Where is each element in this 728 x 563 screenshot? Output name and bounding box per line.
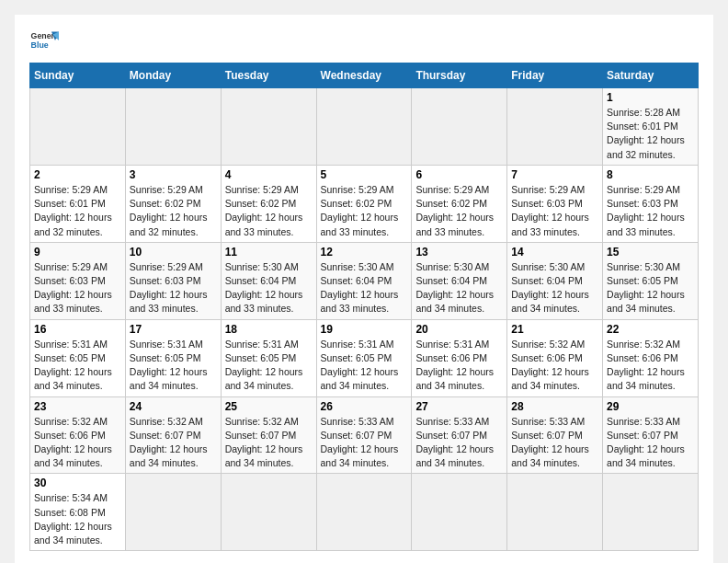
calendar-cell: 7Sunrise: 5:29 AMSunset: 6:03 PMDaylight… bbox=[507, 165, 603, 242]
day-number: 25 bbox=[225, 400, 313, 413]
calendar-cell: 10Sunrise: 5:29 AMSunset: 6:03 PMDayligh… bbox=[125, 242, 221, 319]
calendar-cell bbox=[30, 88, 126, 166]
week-row-3: 9Sunrise: 5:29 AMSunset: 6:03 PMDaylight… bbox=[30, 242, 699, 319]
day-info: Sunrise: 5:29 AMSunset: 6:03 PMDaylight:… bbox=[34, 260, 121, 316]
day-info: Sunrise: 5:33 AMSunset: 6:07 PMDaylight:… bbox=[607, 415, 694, 471]
svg-text:Blue: Blue bbox=[31, 40, 49, 50]
day-number: 30 bbox=[34, 477, 121, 489]
day-info: Sunrise: 5:29 AMSunset: 6:02 PMDaylight:… bbox=[321, 183, 408, 239]
day-number: 12 bbox=[321, 246, 408, 259]
weekday-wednesday: Wednesday bbox=[316, 63, 412, 88]
calendar-body: 1Sunrise: 5:28 AMSunset: 6:01 PMDaylight… bbox=[30, 88, 699, 551]
calendar-cell: 30Sunrise: 5:34 AMSunset: 6:08 PMDayligh… bbox=[30, 474, 126, 551]
calendar-cell: 13Sunrise: 5:30 AMSunset: 6:04 PMDayligh… bbox=[412, 242, 507, 319]
day-info: Sunrise: 5:30 AMSunset: 6:04 PMDaylight:… bbox=[511, 260, 598, 316]
calendar-cell bbox=[221, 88, 316, 166]
day-info: Sunrise: 5:29 AMSunset: 6:01 PMDaylight:… bbox=[34, 183, 121, 239]
day-info: Sunrise: 5:30 AMSunset: 6:04 PMDaylight:… bbox=[415, 260, 503, 316]
calendar-cell: 9Sunrise: 5:29 AMSunset: 6:03 PMDaylight… bbox=[30, 242, 126, 319]
calendar-cell: 17Sunrise: 5:31 AMSunset: 6:05 PMDayligh… bbox=[125, 319, 221, 396]
day-info: Sunrise: 5:32 AMSunset: 6:07 PMDaylight:… bbox=[225, 415, 313, 471]
day-number: 17 bbox=[130, 323, 217, 336]
day-number: 28 bbox=[511, 400, 598, 413]
calendar-table: SundayMondayTuesdayWednesdayThursdayFrid… bbox=[29, 63, 699, 551]
day-number: 16 bbox=[34, 323, 121, 336]
week-row-2: 2Sunrise: 5:29 AMSunset: 6:01 PMDaylight… bbox=[30, 165, 699, 242]
calendar-cell: 28Sunrise: 5:33 AMSunset: 6:07 PMDayligh… bbox=[507, 396, 603, 474]
calendar-cell: 11Sunrise: 5:30 AMSunset: 6:04 PMDayligh… bbox=[221, 242, 316, 319]
day-info: Sunrise: 5:33 AMSunset: 6:07 PMDaylight:… bbox=[415, 415, 503, 471]
day-number: 21 bbox=[511, 323, 598, 336]
calendar-cell bbox=[507, 474, 603, 551]
logo: General Blue bbox=[29, 26, 59, 55]
day-number: 23 bbox=[34, 400, 121, 413]
day-number: 3 bbox=[130, 168, 217, 181]
calendar-cell: 19Sunrise: 5:31 AMSunset: 6:05 PMDayligh… bbox=[316, 319, 412, 396]
calendar-cell: 12Sunrise: 5:30 AMSunset: 6:04 PMDayligh… bbox=[316, 242, 412, 319]
calendar-cell: 26Sunrise: 5:33 AMSunset: 6:07 PMDayligh… bbox=[316, 396, 412, 474]
calendar-cell: 16Sunrise: 5:31 AMSunset: 6:05 PMDayligh… bbox=[30, 319, 126, 396]
calendar-cell: 29Sunrise: 5:33 AMSunset: 6:07 PMDayligh… bbox=[603, 396, 699, 474]
day-number: 24 bbox=[130, 400, 217, 413]
day-info: Sunrise: 5:30 AMSunset: 6:05 PMDaylight:… bbox=[607, 260, 694, 316]
calendar-cell bbox=[316, 88, 412, 166]
calendar-cell: 22Sunrise: 5:32 AMSunset: 6:06 PMDayligh… bbox=[603, 319, 699, 396]
week-row-4: 16Sunrise: 5:31 AMSunset: 6:05 PMDayligh… bbox=[30, 319, 699, 396]
calendar-container: General Blue SundayMondayTuesdayWednesda… bbox=[15, 15, 713, 563]
calendar-cell bbox=[603, 474, 699, 551]
week-row-1: 1Sunrise: 5:28 AMSunset: 6:01 PMDaylight… bbox=[30, 88, 699, 166]
day-number: 14 bbox=[511, 246, 598, 259]
day-info: Sunrise: 5:31 AMSunset: 6:05 PMDaylight:… bbox=[130, 338, 217, 394]
calendar-header: SundayMondayTuesdayWednesdayThursdayFrid… bbox=[30, 63, 699, 88]
calendar-cell: 23Sunrise: 5:32 AMSunset: 6:06 PMDayligh… bbox=[30, 396, 126, 474]
day-info: Sunrise: 5:32 AMSunset: 6:06 PMDaylight:… bbox=[511, 338, 598, 394]
weekday-monday: Monday bbox=[125, 63, 221, 88]
day-info: Sunrise: 5:29 AMSunset: 6:03 PMDaylight:… bbox=[511, 183, 598, 239]
day-info: Sunrise: 5:29 AMSunset: 6:02 PMDaylight:… bbox=[225, 183, 313, 239]
day-info: Sunrise: 5:31 AMSunset: 6:05 PMDaylight:… bbox=[34, 338, 121, 394]
day-number: 5 bbox=[321, 168, 408, 181]
calendar-cell: 2Sunrise: 5:29 AMSunset: 6:01 PMDaylight… bbox=[30, 165, 126, 242]
day-number: 18 bbox=[225, 323, 313, 336]
calendar-cell bbox=[412, 474, 507, 551]
day-info: Sunrise: 5:33 AMSunset: 6:07 PMDaylight:… bbox=[321, 415, 408, 471]
weekday-thursday: Thursday bbox=[412, 63, 507, 88]
day-number: 2 bbox=[34, 168, 121, 181]
day-number: 9 bbox=[34, 246, 121, 259]
day-number: 15 bbox=[607, 246, 694, 259]
day-info: Sunrise: 5:29 AMSunset: 6:02 PMDaylight:… bbox=[415, 183, 503, 239]
day-info: Sunrise: 5:28 AMSunset: 6:01 PMDaylight:… bbox=[607, 106, 694, 162]
calendar-cell: 21Sunrise: 5:32 AMSunset: 6:06 PMDayligh… bbox=[507, 319, 603, 396]
day-number: 7 bbox=[511, 168, 598, 181]
calendar-cell: 20Sunrise: 5:31 AMSunset: 6:06 PMDayligh… bbox=[412, 319, 507, 396]
day-info: Sunrise: 5:29 AMSunset: 6:03 PMDaylight:… bbox=[130, 260, 217, 316]
calendar-cell bbox=[316, 474, 412, 551]
day-info: Sunrise: 5:32 AMSunset: 6:07 PMDaylight:… bbox=[130, 415, 217, 471]
day-info: Sunrise: 5:29 AMSunset: 6:02 PMDaylight:… bbox=[130, 183, 217, 239]
calendar-cell bbox=[221, 474, 316, 551]
calendar-cell: 3Sunrise: 5:29 AMSunset: 6:02 PMDaylight… bbox=[125, 165, 221, 242]
day-number: 22 bbox=[607, 323, 694, 336]
day-info: Sunrise: 5:30 AMSunset: 6:04 PMDaylight:… bbox=[225, 260, 313, 316]
weekday-header-row: SundayMondayTuesdayWednesdayThursdayFrid… bbox=[30, 63, 699, 88]
day-number: 26 bbox=[321, 400, 408, 413]
calendar-cell bbox=[412, 88, 507, 166]
week-row-6: 30Sunrise: 5:34 AMSunset: 6:08 PMDayligh… bbox=[30, 474, 699, 551]
day-number: 27 bbox=[415, 400, 503, 413]
day-number: 13 bbox=[415, 246, 503, 259]
day-number: 29 bbox=[607, 400, 694, 413]
calendar-cell: 8Sunrise: 5:29 AMSunset: 6:03 PMDaylight… bbox=[603, 165, 699, 242]
calendar-cell: 4Sunrise: 5:29 AMSunset: 6:02 PMDaylight… bbox=[221, 165, 316, 242]
weekday-friday: Friday bbox=[507, 63, 603, 88]
logo-icon: General Blue bbox=[29, 26, 59, 55]
calendar-cell: 5Sunrise: 5:29 AMSunset: 6:02 PMDaylight… bbox=[316, 165, 412, 242]
day-info: Sunrise: 5:31 AMSunset: 6:05 PMDaylight:… bbox=[321, 338, 408, 394]
calendar-cell: 1Sunrise: 5:28 AMSunset: 6:01 PMDaylight… bbox=[603, 88, 699, 166]
day-info: Sunrise: 5:32 AMSunset: 6:06 PMDaylight:… bbox=[34, 415, 121, 471]
calendar-cell: 18Sunrise: 5:31 AMSunset: 6:05 PMDayligh… bbox=[221, 319, 316, 396]
day-number: 11 bbox=[225, 246, 313, 259]
day-number: 4 bbox=[225, 168, 313, 181]
day-number: 10 bbox=[130, 246, 217, 259]
calendar-cell bbox=[125, 88, 221, 166]
weekday-saturday: Saturday bbox=[603, 63, 699, 88]
